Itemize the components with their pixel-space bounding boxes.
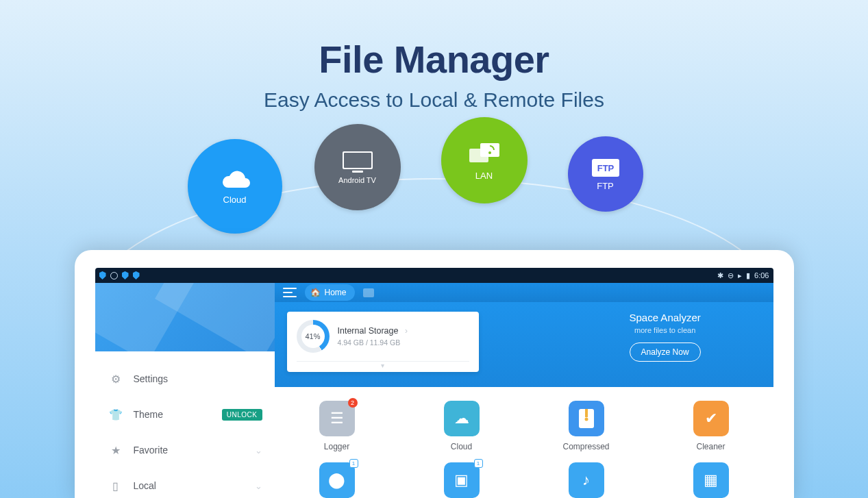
tablet-frame: ✱ ⊖ ▸ ▮ 6:06 ⚙ Settings 👕 Theme	[75, 250, 794, 498]
cloud-icon: ☁	[454, 410, 469, 427]
ftp-icon: FTP	[591, 158, 621, 178]
svg-text:FTP: FTP	[597, 163, 614, 173]
analyze-now-button[interactable]: Analyze Now	[630, 343, 701, 362]
image-icon: ▣	[454, 471, 469, 489]
bubble-lan-label: LAN	[475, 171, 493, 181]
svg-rect-2	[352, 171, 363, 173]
lan-icon	[467, 140, 502, 168]
star-icon: ★	[108, 444, 124, 457]
app-body: ⚙ Settings 👕 Theme UNLOCK ★ Favorite ⌄	[95, 283, 773, 498]
sidebar-item-favorite[interactable]: ★ Favorite ⌄	[95, 432, 275, 468]
sidebar-label: Settings	[134, 373, 262, 384]
zip-icon	[579, 409, 594, 428]
hero-title: File Manager	[0, 37, 868, 82]
bluetooth-icon: ✱	[717, 271, 723, 280]
sidebar-item-theme[interactable]: 👕 Theme UNLOCK	[95, 397, 275, 432]
app-screen: ✱ ⊖ ▸ ▮ 6:06 ⚙ Settings 👕 Theme	[95, 268, 773, 498]
gear-icon: ⚙	[108, 373, 124, 386]
sidebar: ⚙ Settings 👕 Theme UNLOCK ★ Favorite ⌄	[95, 283, 275, 498]
statusbar-time: 6:06	[754, 271, 769, 279]
music-icon: ♪	[582, 471, 590, 489]
analyzer-subtitle: more files to clean	[630, 326, 701, 334]
tile-images[interactable]: ▣ 1	[427, 462, 497, 498]
svg-rect-9	[585, 409, 588, 417]
phone-icon: ▯	[108, 480, 124, 493]
storage-title: Internal Storage	[338, 326, 399, 336]
storage-donut: 41%	[297, 320, 330, 353]
tile-apps[interactable]: ⬤ 1	[302, 462, 372, 498]
hamburger-menu[interactable]	[283, 288, 297, 297]
bubble-cloud: Cloud	[188, 139, 282, 234]
broom-icon: ✔	[705, 410, 717, 427]
tile-label: Logger	[324, 442, 349, 451]
bubble-ftp-label: FTP	[597, 181, 614, 191]
stack-icon: ☰	[330, 410, 344, 427]
badge-count: 1	[474, 459, 483, 468]
category-grid: ☰ 2 Logger ☁ Cloud	[275, 387, 773, 498]
tab-home[interactable]: 🏠 Home	[305, 284, 355, 301]
svg-point-5	[488, 151, 491, 154]
android-icon: ⬤	[328, 471, 345, 489]
storage-usage: 4.94 GB / 11.94 GB	[338, 338, 408, 347]
tile-cloud[interactable]: ☁ Cloud	[427, 401, 497, 451]
sidebar-item-settings[interactable]: ⚙ Settings	[95, 361, 275, 397]
svg-rect-1	[344, 153, 371, 168]
storage-expand[interactable]	[297, 361, 469, 366]
cloud-icon	[216, 169, 253, 192]
unlock-badge[interactable]: UNLOCK	[222, 409, 262, 421]
main-panel: 🏠 Home 41% Internal Storag	[275, 283, 773, 498]
chevron-down-icon: ⌄	[255, 445, 262, 456]
shield-icon	[122, 271, 129, 279]
tile-label: Cloud	[451, 442, 472, 451]
wifi-icon: ▸	[738, 271, 742, 280]
app-topbar: 🏠 Home	[275, 283, 773, 302]
tile-movies[interactable]: ▦	[676, 462, 746, 498]
sidebar-label: Local	[134, 480, 255, 491]
badge-count: 1	[349, 459, 358, 468]
bubble-ftp: FTP FTP	[568, 136, 643, 212]
hero: File Manager Easy Access to Local & Remo…	[0, 0, 868, 112]
tile-music[interactable]: ♪	[551, 462, 621, 498]
sidebar-label: Theme	[134, 409, 222, 420]
tab-home-label: Home	[325, 288, 347, 297]
shield-icon	[133, 271, 140, 279]
battery-icon: ▮	[746, 271, 750, 280]
tile-label: Cleaner	[696, 442, 725, 451]
feature-bubbles: Cloud Android TV LAN FTP FTP	[195, 127, 674, 243]
space-analyzer: Space Analyzer more files to clean Analy…	[630, 312, 701, 362]
chevron-right-icon: ›	[405, 326, 408, 336]
notification-icon	[110, 272, 118, 279]
svg-point-10	[584, 418, 588, 421]
bubble-lan: LAN	[441, 117, 528, 203]
android-statusbar: ✱ ⊖ ▸ ▮ 6:06	[95, 268, 773, 283]
bubble-tv-label: Android TV	[338, 176, 376, 184]
analyzer-title: Space Analyzer	[630, 312, 701, 323]
sidebar-banner	[95, 283, 275, 351]
tile-cleaner[interactable]: ✔ Cleaner	[676, 401, 746, 451]
tile-label: Compressed	[562, 442, 609, 451]
shield-icon	[99, 271, 106, 279]
chevron-down-icon: ⌄	[255, 481, 262, 491]
sidebar-label: Favorite	[134, 445, 255, 456]
tile-logger[interactable]: ☰ 2 Logger	[302, 401, 372, 451]
storage-card[interactable]: 41% Internal Storage › 4.94 GB / 11.94 G…	[287, 312, 479, 372]
movie-icon: ▦	[704, 471, 718, 489]
sidebar-item-local[interactable]: ▯ Local ⌄	[95, 468, 275, 498]
hero-subtitle: Easy Access to Local & Remote Files	[0, 88, 868, 112]
storage-percent: 41%	[305, 332, 320, 340]
tile-compressed[interactable]: Compressed	[551, 401, 621, 451]
bubble-android-tv: Android TV	[314, 124, 401, 210]
dnd-icon: ⊖	[728, 271, 734, 280]
badge-count: 2	[348, 398, 358, 408]
shirt-icon: 👕	[108, 408, 124, 421]
bubble-cloud-label: Cloud	[223, 195, 247, 205]
tv-icon	[341, 150, 374, 173]
home-icon: 🏠	[310, 288, 321, 297]
header-panel: 41% Internal Storage › 4.94 GB / 11.94 G…	[275, 302, 773, 387]
tab-placeholder[interactable]	[363, 288, 374, 297]
